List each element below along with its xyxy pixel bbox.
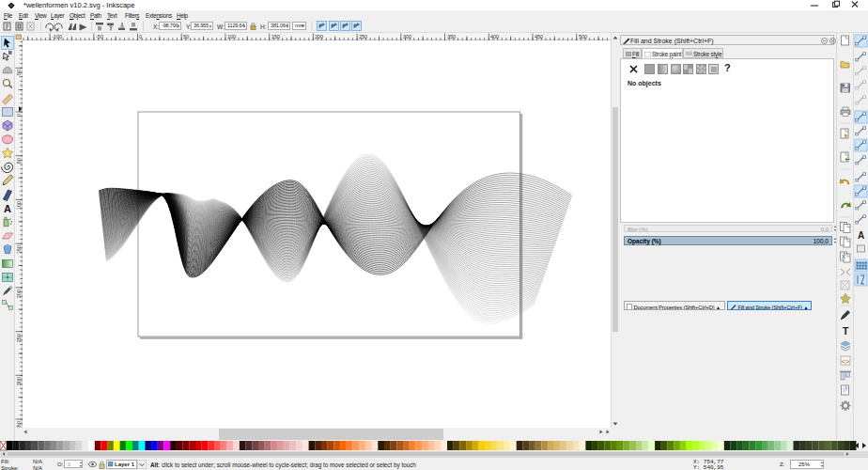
svg-text:A: A — [4, 203, 11, 214]
svg-text:450: 450 — [535, 34, 543, 39]
svg-text:300: 300 — [403, 34, 411, 39]
svg-text:500: 500 — [579, 34, 587, 39]
svg-text:150: 150 — [271, 34, 280, 39]
svg-text:250: 250 — [359, 34, 367, 39]
svg-text:200: 200 — [16, 290, 22, 298]
svg-text:-100: -100 — [52, 34, 62, 39]
svg-text:100: 100 — [227, 34, 236, 39]
svg-text:0: 0 — [139, 34, 142, 39]
svg-text:50: 50 — [16, 158, 22, 164]
svg-text:50: 50 — [183, 34, 189, 39]
svg-text:350: 350 — [16, 421, 22, 428]
svg-text:350: 350 — [447, 34, 456, 39]
svg-text:A: A — [858, 230, 864, 241]
svg-text:-50: -50 — [16, 70, 22, 77]
svg-text:150: 150 — [16, 245, 22, 254]
svg-text:0: 0 — [16, 114, 22, 117]
svg-text:400: 400 — [490, 34, 499, 39]
svg-text:250: 250 — [16, 334, 22, 342]
svg-text:<>: <> — [842, 358, 849, 366]
svg-text:200: 200 — [315, 34, 323, 39]
svg-text:300: 300 — [16, 377, 22, 385]
svg-text:-50: -50 — [96, 34, 103, 39]
svg-text:T: T — [843, 325, 849, 337]
svg-text:100: 100 — [16, 201, 22, 210]
